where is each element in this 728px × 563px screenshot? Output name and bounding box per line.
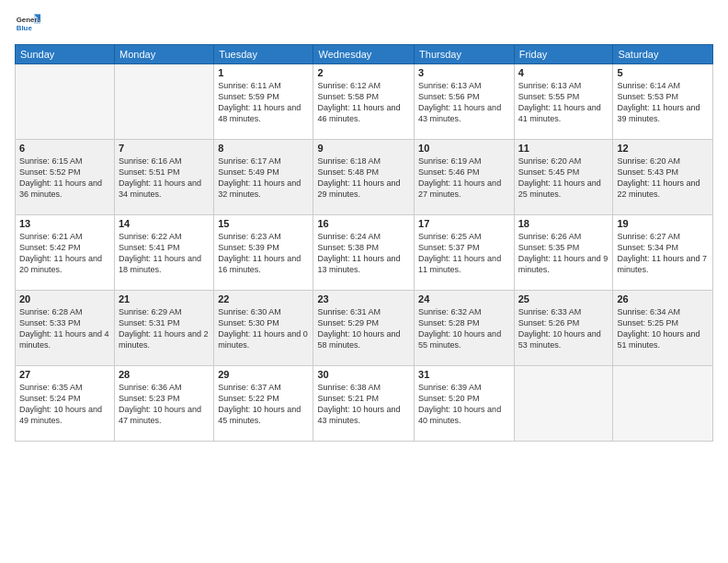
calendar-cell: 8Sunrise: 6:17 AM Sunset: 5:49 PM Daylig… xyxy=(214,140,313,215)
day-info: Sunrise: 6:38 AM Sunset: 5:21 PM Dayligh… xyxy=(317,382,410,427)
day-number: 21 xyxy=(119,293,210,304)
calendar-day-header: Sunday xyxy=(16,45,115,64)
day-number: 24 xyxy=(418,293,510,304)
day-info: Sunrise: 6:32 AM Sunset: 5:28 PM Dayligh… xyxy=(418,306,510,351)
day-number: 23 xyxy=(317,293,410,304)
day-number: 26 xyxy=(617,293,709,304)
calendar-cell xyxy=(16,64,115,140)
svg-marker-4 xyxy=(34,15,40,25)
day-info: Sunrise: 6:18 AM Sunset: 5:48 PM Dayligh… xyxy=(317,155,410,201)
calendar-week-row: 27Sunrise: 6:35 AM Sunset: 5:24 PM Dayli… xyxy=(16,366,713,442)
day-number: 30 xyxy=(317,369,410,380)
calendar-day-header: Monday xyxy=(115,45,214,64)
day-info: Sunrise: 6:11 AM Sunset: 5:59 PM Dayligh… xyxy=(218,80,309,125)
calendar-cell: 1Sunrise: 6:11 AM Sunset: 5:59 PM Daylig… xyxy=(214,64,313,140)
header: General Blue xyxy=(15,11,713,37)
day-info: Sunrise: 6:31 AM Sunset: 5:29 PM Dayligh… xyxy=(317,306,410,351)
day-number: 5 xyxy=(617,67,709,78)
calendar-cell: 16Sunrise: 6:24 AM Sunset: 5:38 PM Dayli… xyxy=(313,215,415,291)
calendar-week-row: 13Sunrise: 6:21 AM Sunset: 5:42 PM Dayli… xyxy=(16,215,713,291)
calendar-day-header: Friday xyxy=(514,45,613,64)
day-number: 10 xyxy=(418,143,510,154)
day-number: 6 xyxy=(19,143,110,154)
day-number: 7 xyxy=(119,143,210,154)
day-number: 12 xyxy=(617,143,709,154)
day-info: Sunrise: 6:37 AM Sunset: 5:22 PM Dayligh… xyxy=(218,382,309,427)
calendar-day-header: Thursday xyxy=(415,45,515,64)
day-number: 29 xyxy=(218,369,309,380)
calendar-cell xyxy=(115,64,214,140)
calendar-cell: 3Sunrise: 6:13 AM Sunset: 5:56 PM Daylig… xyxy=(415,64,515,140)
calendar-cell: 14Sunrise: 6:22 AM Sunset: 5:41 PM Dayli… xyxy=(115,215,214,291)
calendar-cell: 12Sunrise: 6:20 AM Sunset: 5:43 PM Dayli… xyxy=(613,140,713,215)
calendar-table: SundayMondayTuesdayWednesdayThursdayFrid… xyxy=(15,44,713,442)
day-number: 9 xyxy=(317,143,410,154)
calendar-cell: 23Sunrise: 6:31 AM Sunset: 5:29 PM Dayli… xyxy=(313,291,415,366)
calendar-cell: 6Sunrise: 6:15 AM Sunset: 5:52 PM Daylig… xyxy=(16,140,115,215)
calendar-cell: 21Sunrise: 6:29 AM Sunset: 5:31 PM Dayli… xyxy=(115,291,214,366)
day-number: 22 xyxy=(218,293,309,304)
calendar-cell: 27Sunrise: 6:35 AM Sunset: 5:24 PM Dayli… xyxy=(16,366,115,442)
calendar-cell: 20Sunrise: 6:28 AM Sunset: 5:33 PM Dayli… xyxy=(16,291,115,366)
calendar-day-header: Saturday xyxy=(613,45,713,64)
day-info: Sunrise: 6:15 AM Sunset: 5:52 PM Dayligh… xyxy=(19,155,110,201)
day-number: 2 xyxy=(317,67,410,78)
day-info: Sunrise: 6:20 AM Sunset: 5:43 PM Dayligh… xyxy=(617,155,709,201)
calendar-cell xyxy=(514,366,613,442)
day-info: Sunrise: 6:35 AM Sunset: 5:24 PM Dayligh… xyxy=(19,382,110,427)
calendar-cell: 24Sunrise: 6:32 AM Sunset: 5:28 PM Dayli… xyxy=(415,291,515,366)
day-number: 16 xyxy=(317,218,410,229)
calendar-cell: 2Sunrise: 6:12 AM Sunset: 5:58 PM Daylig… xyxy=(313,64,415,140)
calendar-page: General Blue SundayMondayTuesdayWednesda… xyxy=(0,0,728,563)
day-number: 20 xyxy=(19,293,110,304)
day-number: 13 xyxy=(19,218,110,229)
calendar-week-row: 20Sunrise: 6:28 AM Sunset: 5:33 PM Dayli… xyxy=(16,291,713,366)
day-info: Sunrise: 6:33 AM Sunset: 5:26 PM Dayligh… xyxy=(518,306,609,351)
calendar-cell: 10Sunrise: 6:19 AM Sunset: 5:46 PM Dayli… xyxy=(415,140,515,215)
calendar-cell: 15Sunrise: 6:23 AM Sunset: 5:39 PM Dayli… xyxy=(214,215,313,291)
day-number: 25 xyxy=(518,293,609,304)
day-info: Sunrise: 6:19 AM Sunset: 5:46 PM Dayligh… xyxy=(418,155,510,201)
day-info: Sunrise: 6:26 AM Sunset: 5:35 PM Dayligh… xyxy=(518,231,609,276)
calendar-cell: 25Sunrise: 6:33 AM Sunset: 5:26 PM Dayli… xyxy=(514,291,613,366)
calendar-cell: 28Sunrise: 6:36 AM Sunset: 5:23 PM Dayli… xyxy=(115,366,214,442)
calendar-cell xyxy=(613,366,713,442)
logo: General Blue xyxy=(15,11,42,37)
day-info: Sunrise: 6:29 AM Sunset: 5:31 PM Dayligh… xyxy=(119,306,210,351)
calendar-day-header: Wednesday xyxy=(313,45,415,64)
day-info: Sunrise: 6:17 AM Sunset: 5:49 PM Dayligh… xyxy=(218,155,309,201)
day-number: 3 xyxy=(418,67,510,78)
calendar-cell: 31Sunrise: 6:39 AM Sunset: 5:20 PM Dayli… xyxy=(415,366,515,442)
calendar-day-header: Tuesday xyxy=(214,45,313,64)
day-number: 14 xyxy=(119,218,210,229)
calendar-cell: 29Sunrise: 6:37 AM Sunset: 5:22 PM Dayli… xyxy=(214,366,313,442)
day-number: 18 xyxy=(518,218,609,229)
day-info: Sunrise: 6:39 AM Sunset: 5:20 PM Dayligh… xyxy=(418,382,510,427)
calendar-cell: 19Sunrise: 6:27 AM Sunset: 5:34 PM Dayli… xyxy=(613,215,713,291)
day-info: Sunrise: 6:13 AM Sunset: 5:56 PM Dayligh… xyxy=(418,80,510,125)
calendar-week-row: 6Sunrise: 6:15 AM Sunset: 5:52 PM Daylig… xyxy=(16,140,713,215)
day-info: Sunrise: 6:25 AM Sunset: 5:37 PM Dayligh… xyxy=(418,231,510,276)
day-info: Sunrise: 6:21 AM Sunset: 5:42 PM Dayligh… xyxy=(19,231,110,276)
calendar-cell: 4Sunrise: 6:13 AM Sunset: 5:55 PM Daylig… xyxy=(514,64,613,140)
day-number: 27 xyxy=(19,369,110,380)
day-info: Sunrise: 6:22 AM Sunset: 5:41 PM Dayligh… xyxy=(119,231,210,276)
day-info: Sunrise: 6:34 AM Sunset: 5:25 PM Dayligh… xyxy=(617,306,709,351)
logo-icon: General Blue xyxy=(15,11,40,37)
calendar-week-row: 1Sunrise: 6:11 AM Sunset: 5:59 PM Daylig… xyxy=(16,64,713,140)
day-info: Sunrise: 6:24 AM Sunset: 5:38 PM Dayligh… xyxy=(317,231,410,276)
calendar-cell: 18Sunrise: 6:26 AM Sunset: 5:35 PM Dayli… xyxy=(514,215,613,291)
day-info: Sunrise: 6:36 AM Sunset: 5:23 PM Dayligh… xyxy=(119,382,210,427)
svg-text:Blue: Blue xyxy=(17,24,33,32)
day-info: Sunrise: 6:30 AM Sunset: 5:30 PM Dayligh… xyxy=(218,306,309,351)
day-number: 1 xyxy=(218,67,309,78)
day-number: 19 xyxy=(617,218,709,229)
day-number: 4 xyxy=(518,67,609,78)
calendar-cell: 9Sunrise: 6:18 AM Sunset: 5:48 PM Daylig… xyxy=(313,140,415,215)
calendar-cell: 30Sunrise: 6:38 AM Sunset: 5:21 PM Dayli… xyxy=(313,366,415,442)
day-info: Sunrise: 6:27 AM Sunset: 5:34 PM Dayligh… xyxy=(617,231,709,276)
day-info: Sunrise: 6:14 AM Sunset: 5:53 PM Dayligh… xyxy=(617,80,709,125)
day-number: 8 xyxy=(218,143,309,154)
day-info: Sunrise: 6:12 AM Sunset: 5:58 PM Dayligh… xyxy=(317,80,410,125)
calendar-cell: 7Sunrise: 6:16 AM Sunset: 5:51 PM Daylig… xyxy=(115,140,214,215)
